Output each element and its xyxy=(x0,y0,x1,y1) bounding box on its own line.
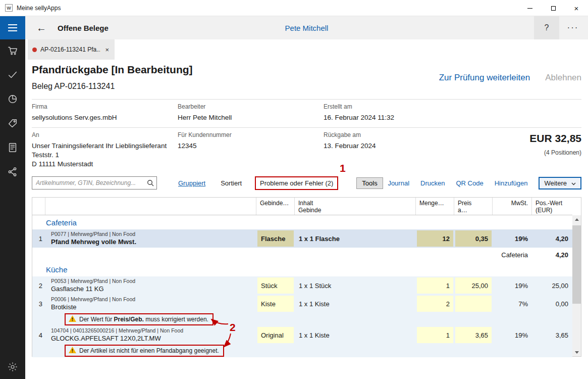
group-label[interactable]: Cafeteria xyxy=(45,218,572,227)
table-row[interactable]: 2P0053 | Mehrweg/Pfand | Non FoodGasflas… xyxy=(32,276,572,295)
rueckgabe-am-value: 13. Februar 2024 xyxy=(324,141,465,151)
col-preis[interactable]: Preisa… xyxy=(454,198,493,215)
drucken-link[interactable]: Drucken xyxy=(420,179,445,187)
warning-cell: Der Artikel ist nicht für einen Pfandabg… xyxy=(45,344,572,357)
gebinde-cell: Flasche xyxy=(256,229,295,248)
forward-for-review-link[interactable]: Zur Prüfung weiterleiten xyxy=(439,73,530,83)
check-icon xyxy=(7,69,18,82)
inhalt-cell: 1 x 1 Stück xyxy=(295,276,416,295)
user-name[interactable]: Pete Mitchell xyxy=(25,24,588,32)
tab-document[interactable]: AP-0216-113241 Pfa... × xyxy=(28,39,115,60)
firma-value: sellysolutions Serv.ges.mbH xyxy=(32,113,173,122)
kundennummer-label: Für Kundennummer xyxy=(178,131,319,138)
group-label[interactable]: Küche xyxy=(45,265,572,274)
table-group-row: Küche xyxy=(32,262,572,276)
col-mwst[interactable]: MwSt. xyxy=(493,198,532,215)
window-title: Meine sellyApps xyxy=(17,5,61,12)
subtotal-label: Cafeteria xyxy=(493,248,532,262)
journal-link[interactable]: Journal xyxy=(388,179,409,187)
tab-close-icon[interactable]: × xyxy=(104,46,110,54)
search-icon[interactable] xyxy=(144,179,156,187)
gebinde-editbox[interactable]: Stück xyxy=(257,277,294,294)
probleme-oder-fehler-button[interactable]: Probleme oder Fehler (2) xyxy=(255,176,338,190)
gebinde-editbox[interactable]: Original xyxy=(257,327,294,343)
sidebar-item-settings[interactable] xyxy=(0,357,25,379)
gebinde-editbox[interactable]: Flasche xyxy=(257,230,294,247)
warning-spacer xyxy=(32,313,45,326)
sidebar-item-journal[interactable] xyxy=(0,136,25,161)
close-button[interactable]: × xyxy=(565,0,588,16)
sidebar-item-reports[interactable] xyxy=(0,88,25,112)
warning-spacer xyxy=(32,344,45,357)
vertical-scrollbar[interactable] xyxy=(572,215,581,356)
qr-code-link[interactable]: QR Code xyxy=(456,179,483,187)
scroll-up-button[interactable] xyxy=(572,215,581,223)
preis-editbox[interactable] xyxy=(455,296,492,312)
menge-cell: 2 xyxy=(416,295,454,313)
row-number: 1 xyxy=(32,229,45,248)
col-gebinde[interactable]: Gebinde… xyxy=(256,198,295,215)
page-title: Offene Belege xyxy=(58,24,109,32)
mwst-cell: 19% xyxy=(493,326,532,344)
row-number: 3 xyxy=(32,295,45,313)
chevron-down-icon xyxy=(571,179,576,187)
sidebar-item-share[interactable] xyxy=(0,161,25,185)
mwst-cell: 19% xyxy=(493,276,532,295)
tab-bar: AP-0216-113241 Pfa... × xyxy=(25,39,588,60)
gebinde-cell: Original xyxy=(256,326,295,344)
gear-icon xyxy=(7,361,18,374)
hinzufuegen-link[interactable]: Hinzufügen xyxy=(495,179,528,187)
minimize-button[interactable] xyxy=(518,0,542,16)
app-logo-icon: W xyxy=(5,4,13,12)
col-inhalt-gebinde[interactable]: InhaltGebinde xyxy=(295,198,416,215)
help-button[interactable]: ? xyxy=(534,16,559,39)
menge-editbox[interactable]: 12 xyxy=(417,230,453,247)
tag-icon xyxy=(7,118,18,131)
col-pos-wert[interactable]: Pos.-Wert(EUR) xyxy=(532,198,572,215)
app-header: ← Offene Belege Pete Mitchell ? ··· xyxy=(25,16,588,39)
scroll-down-button[interactable] xyxy=(572,348,581,356)
positions-table: Gebinde… InhaltGebinde Menge… Preisa… Mw… xyxy=(32,197,581,357)
minimize-icon xyxy=(527,8,532,9)
warning-row: Der Wert für Preis/Geb. muss korrigiert … xyxy=(32,313,572,326)
item-name: Gasflasche 11 KG xyxy=(51,285,253,293)
document-content: Pfandrückgabe [In Bearbeitung] Zur Prüfu… xyxy=(25,60,588,379)
item-meta: P0006 | Mehrweg/Pfand | Non Food xyxy=(51,296,253,302)
more-options-button[interactable]: ··· xyxy=(562,16,584,39)
tools-button[interactable]: Tools xyxy=(356,177,383,189)
preis-editbox[interactable]: 0,35 xyxy=(455,230,492,247)
table-row[interactable]: 1P0077 | Mehrweg/Pfand | Non FoodPfand M… xyxy=(32,229,572,248)
sidebar-item-tasks[interactable] xyxy=(0,64,25,88)
sidebar-item-prices[interactable] xyxy=(0,112,25,136)
preis-editbox[interactable]: 3,65 xyxy=(455,327,492,343)
menge-editbox[interactable]: 1 xyxy=(417,327,453,343)
erstellt-am-value: 16. Februar 2024 11:32 xyxy=(324,113,465,122)
gebinde-cell: Stück xyxy=(256,276,295,295)
search-box[interactable] xyxy=(32,176,157,190)
gruppiert-toggle[interactable]: Gruppiert xyxy=(178,179,205,187)
menu-button[interactable] xyxy=(0,16,25,39)
weitere-button[interactable]: Weitere xyxy=(539,177,581,190)
divider xyxy=(32,99,581,100)
item-description: P0053 | Mehrweg/Pfand | Non FoodGasflasc… xyxy=(45,276,256,295)
erstellt-am-label: Erstellt am xyxy=(324,103,465,110)
back-button[interactable]: ← xyxy=(36,22,46,34)
scrollbar-thumb[interactable] xyxy=(572,225,581,304)
menge-editbox[interactable]: 1 xyxy=(417,277,453,294)
table-row[interactable]: 3P0006 | Mehrweg/Pfand | Non FoodBrotkis… xyxy=(32,295,572,313)
mwst-cell: 7% xyxy=(493,295,532,313)
search-input[interactable] xyxy=(32,177,144,188)
item-meta: 104704 | 04013265000216 | Mehrweg/Pfand … xyxy=(51,327,253,334)
sidebar-item-cart[interactable] xyxy=(0,39,25,64)
warning-cell: Der Wert für Preis/Geb. muss korrigiert … xyxy=(45,313,572,326)
preis-editbox[interactable]: 25,00 xyxy=(455,277,492,294)
firma-label: Firma xyxy=(32,103,173,110)
maximize-button[interactable] xyxy=(542,0,565,16)
gebinde-editbox[interactable]: Kiste xyxy=(257,296,294,312)
col-menge[interactable]: Menge… xyxy=(416,198,454,215)
an-label: An xyxy=(32,131,173,138)
menge-editbox[interactable]: 2 xyxy=(417,296,453,312)
sortiert-toggle[interactable]: Sortiert xyxy=(221,179,242,187)
pie-chart-icon xyxy=(7,93,18,107)
table-row[interactable]: 4104704 | 04013265000216 | Mehrweg/Pfand… xyxy=(32,326,572,344)
